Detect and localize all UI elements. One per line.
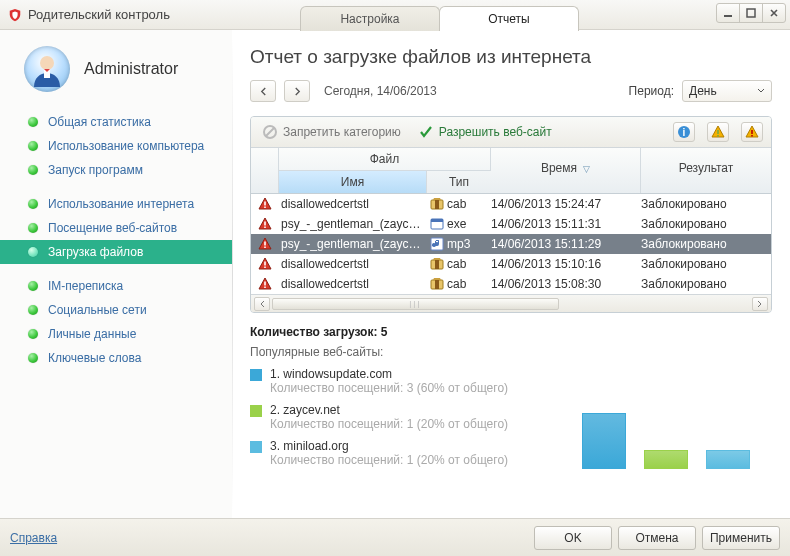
alert-icon bbox=[258, 237, 272, 251]
list-item: 3. miniload.orgКоличество посещений: 1 (… bbox=[250, 439, 572, 467]
sidebar-item-label: Загрузка файлов bbox=[48, 245, 143, 259]
sites-bar-chart bbox=[582, 325, 772, 475]
cell-time: 14/06/2013 15:11:29 bbox=[491, 237, 641, 251]
svg-rect-27 bbox=[264, 282, 266, 286]
site-domain: 3. miniload.org bbox=[270, 439, 508, 453]
filetype-icon bbox=[427, 217, 447, 231]
status-dot-icon bbox=[28, 199, 38, 209]
cell-name: psy_-_gentleman_(zaycev… bbox=[279, 217, 427, 231]
site-domain: 1. windowsupdate.com bbox=[270, 367, 508, 381]
sidebar-item-label: Посещение веб-сайтов bbox=[48, 221, 177, 235]
warn-button-2[interactable] bbox=[741, 122, 763, 142]
col-type[interactable]: Тип bbox=[427, 171, 491, 193]
alert-icon bbox=[258, 257, 272, 271]
alert-icon bbox=[258, 277, 272, 291]
svg-rect-0 bbox=[724, 15, 732, 17]
sidebar-item-3[interactable]: Использование интернета bbox=[0, 192, 232, 216]
date-prev-button[interactable] bbox=[250, 80, 276, 102]
col-name[interactable]: Имя bbox=[279, 171, 427, 193]
downloads-panel: Запретить категорию Разрешить веб-сайт i… bbox=[250, 116, 772, 313]
check-icon bbox=[419, 125, 433, 139]
col-file-group: Файл bbox=[279, 148, 491, 170]
sidebar-item-7[interactable]: Социальные сети bbox=[0, 298, 232, 322]
maximize-button[interactable] bbox=[739, 3, 763, 23]
svg-rect-12 bbox=[264, 202, 266, 206]
apply-button[interactable]: Применить bbox=[702, 526, 780, 550]
list-item: 1. windowsupdate.comКоличество посещений… bbox=[250, 367, 572, 395]
status-dot-icon bbox=[28, 165, 38, 175]
scroll-thumb[interactable]: ||| bbox=[272, 298, 559, 310]
table-row[interactable]: psy_-_gentleman_(zaycev…mp314/06/2013 15… bbox=[251, 234, 771, 254]
scroll-left-button[interactable] bbox=[254, 297, 270, 311]
table-row[interactable]: disallowedcertstlcab14/06/2013 15:08:30З… bbox=[251, 274, 771, 294]
svg-rect-19 bbox=[431, 219, 443, 222]
col-time[interactable]: Время▽ bbox=[491, 148, 641, 193]
sidebar-item-5[interactable]: Загрузка файлов bbox=[0, 240, 232, 264]
horizontal-scrollbar[interactable]: ||| bbox=[251, 294, 771, 312]
status-dot-icon bbox=[28, 329, 38, 339]
svg-text:i: i bbox=[683, 127, 686, 138]
deny-icon bbox=[263, 125, 277, 139]
status-dot-icon bbox=[28, 353, 38, 363]
sidebar-item-2[interactable]: Запуск программ bbox=[0, 158, 232, 182]
site-color-icon bbox=[250, 405, 262, 417]
svg-rect-15 bbox=[435, 200, 439, 209]
alert-icon bbox=[258, 217, 272, 231]
table-row[interactable]: psy_-_gentleman_(zaycev…exe14/06/2013 15… bbox=[251, 214, 771, 234]
site-domain: 2. zaycev.net bbox=[270, 403, 508, 417]
tab-reports[interactable]: Отчеты bbox=[439, 6, 579, 31]
date-next-button[interactable] bbox=[284, 80, 310, 102]
sidebar-item-0[interactable]: Общая статистика bbox=[0, 110, 232, 134]
info-button[interactable]: i bbox=[673, 122, 695, 142]
table-row[interactable]: disallowedcertstlcab14/06/2013 15:24:47З… bbox=[251, 194, 771, 214]
sidebar-item-label: IM-переписка bbox=[48, 279, 123, 293]
chart-bar bbox=[644, 450, 688, 469]
cell-type: cab bbox=[447, 197, 491, 211]
period-select[interactable]: День bbox=[682, 80, 772, 102]
allow-site-button[interactable]: Разрешить веб-сайт bbox=[415, 123, 556, 141]
app-shield-icon bbox=[8, 8, 22, 22]
cell-type: cab bbox=[447, 277, 491, 291]
status-dot-icon bbox=[28, 305, 38, 315]
cell-name: psy_-_gentleman_(zaycev… bbox=[279, 237, 427, 251]
table-row[interactable]: disallowedcertstlcab14/06/2013 15:10:16З… bbox=[251, 254, 771, 274]
svg-rect-1 bbox=[747, 9, 755, 17]
close-button[interactable] bbox=[762, 3, 786, 23]
stats-title: Количество загрузок: 5 bbox=[250, 325, 572, 339]
ok-button[interactable]: OK bbox=[534, 526, 612, 550]
period-label: Период: bbox=[629, 84, 674, 98]
window-title: Родительский контроль bbox=[28, 7, 170, 22]
sidebar-item-8[interactable]: Личные данные bbox=[0, 322, 232, 346]
sidebar-item-9[interactable]: Ключевые слова bbox=[0, 346, 232, 370]
col-icon[interactable] bbox=[251, 148, 279, 193]
status-dot-icon bbox=[28, 141, 38, 151]
svg-rect-16 bbox=[264, 222, 266, 226]
col-result[interactable]: Результат bbox=[641, 148, 771, 193]
svg-rect-9 bbox=[717, 135, 719, 137]
site-color-icon bbox=[250, 369, 262, 381]
cell-result: Заблокировано bbox=[641, 237, 771, 251]
svg-rect-30 bbox=[435, 280, 439, 289]
help-link[interactable]: Справка bbox=[10, 531, 57, 545]
alert-icon bbox=[258, 197, 272, 211]
status-dot-icon bbox=[28, 117, 38, 127]
deny-category-button[interactable]: Запретить категорию bbox=[259, 123, 405, 141]
svg-rect-8 bbox=[717, 130, 719, 134]
sidebar-item-1[interactable]: Использование компьютера bbox=[0, 134, 232, 158]
status-dot-icon bbox=[28, 223, 38, 233]
minimize-button[interactable] bbox=[716, 3, 740, 23]
filetype-icon bbox=[427, 197, 447, 211]
sidebar-item-6[interactable]: IM-переписка bbox=[0, 274, 232, 298]
site-meta: Количество посещений: 1 (20% от общего) bbox=[270, 453, 508, 467]
avatar bbox=[24, 46, 70, 92]
sidebar-item-4[interactable]: Посещение веб-сайтов bbox=[0, 216, 232, 240]
cancel-button[interactable]: Отмена bbox=[618, 526, 696, 550]
cell-result: Заблокировано bbox=[641, 277, 771, 291]
svg-line-5 bbox=[266, 128, 274, 136]
status-dot-icon bbox=[28, 247, 38, 257]
tab-settings[interactable]: Настройка bbox=[300, 6, 440, 31]
cell-type: exe bbox=[447, 217, 491, 231]
warn-button-1[interactable] bbox=[707, 122, 729, 142]
scroll-right-button[interactable] bbox=[752, 297, 768, 311]
cell-result: Заблокировано bbox=[641, 257, 771, 271]
